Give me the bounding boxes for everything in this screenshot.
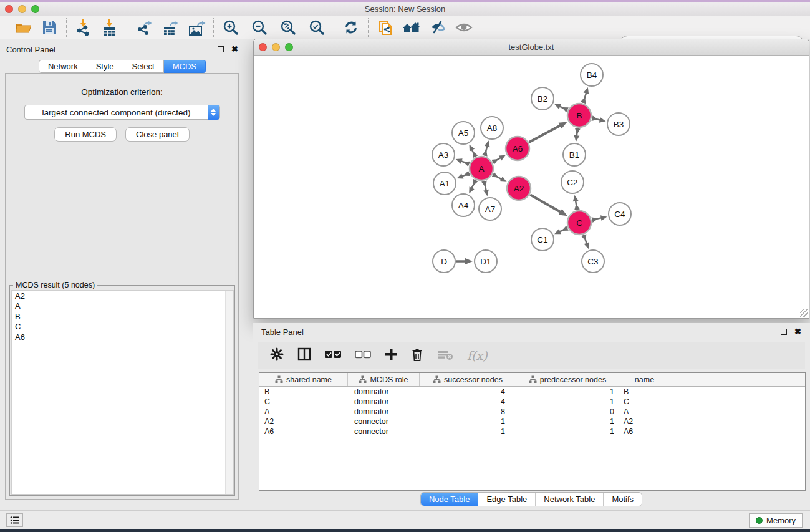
import-table-button[interactable] <box>100 18 119 37</box>
graph-node-A6[interactable]: A6 <box>506 137 529 160</box>
mcds-result-list[interactable]: A2ABCA6 <box>11 290 234 495</box>
column-header-shared-name[interactable]: shared name <box>259 373 348 386</box>
graph-node-D[interactable]: D <box>433 250 455 273</box>
tab-mcds[interactable]: MCDS <box>164 60 206 73</box>
deselect-all-button[interactable] <box>355 350 371 361</box>
delete-table-button-disabled[interactable] <box>437 348 453 363</box>
result-item[interactable]: A <box>12 301 233 312</box>
tab-network-table[interactable]: Network Table <box>536 493 604 506</box>
graph-node-B[interactable]: B <box>567 104 591 127</box>
node-table: shared nameMCDS rolesuccessor nodesprede… <box>259 372 806 491</box>
export-network-button[interactable] <box>135 18 153 37</box>
save-session-button[interactable] <box>40 18 59 37</box>
table-cell: connector <box>348 427 420 437</box>
import-network-icon <box>75 19 92 36</box>
network-canvas[interactable]: B4B2BB3A8A5A6A3B1AA1C2A2A4A7C4CC1C3DD1 <box>254 56 809 318</box>
graph-node-C3[interactable]: C3 <box>582 250 604 273</box>
refresh-layout-button[interactable] <box>342 18 360 37</box>
table-cell: 8 <box>420 407 516 417</box>
optimization-criterion-dropdown[interactable]: largest connected component (directed) <box>24 105 220 120</box>
zoom-in-button[interactable] <box>221 18 240 37</box>
graph-node-label: C <box>576 218 582 228</box>
graph-node-A8[interactable]: A8 <box>481 117 503 139</box>
close-panel-icon[interactable]: ✖ <box>231 46 238 52</box>
table-row[interactable]: Cdominator41C <box>259 397 805 407</box>
graph-edge[interactable] <box>530 195 562 213</box>
column-header-MCDS-role[interactable]: MCDS role <box>348 373 420 386</box>
column-header-predecessor-nodes[interactable]: predecessor nodes <box>516 373 619 386</box>
task-history-button[interactable] <box>6 513 23 527</box>
tab-node-table[interactable]: Node Table <box>421 493 479 506</box>
graph-node-B1[interactable]: B1 <box>563 143 586 166</box>
memory-button[interactable]: Memory <box>749 513 803 528</box>
column-header-name[interactable]: name <box>619 373 670 386</box>
graph-node-D1[interactable]: D1 <box>475 250 497 273</box>
tab-select[interactable]: Select <box>123 60 164 73</box>
toggle-node-labels-button[interactable] <box>428 18 447 37</box>
create-column-button[interactable] <box>385 348 397 363</box>
table-row[interactable]: A2connector11A2 <box>259 417 805 427</box>
graph-node-C4[interactable]: C4 <box>609 203 631 225</box>
window-resize-grip[interactable] <box>800 309 808 317</box>
graph-edge[interactable] <box>529 125 562 142</box>
tab-style[interactable]: Style <box>87 60 123 73</box>
graph-node-A1[interactable]: A1 <box>433 172 456 195</box>
graph-node-B2[interactable]: B2 <box>531 87 554 110</box>
clone-network-button[interactable] <box>376 18 395 37</box>
column-header-successor-nodes[interactable]: successor nodes <box>420 373 516 386</box>
zoom-selected-button[interactable] <box>307 18 326 37</box>
result-item[interactable]: A2 <box>12 291 233 301</box>
delete-column-button[interactable] <box>411 347 423 364</box>
import-network-button[interactable] <box>74 18 93 37</box>
dropdown-stepper-icon[interactable] <box>208 105 219 120</box>
zoom-fit-button[interactable] <box>279 18 297 37</box>
run-mcds-button[interactable]: Run MCDS <box>54 127 117 142</box>
graph-node-label: A6 <box>513 144 523 153</box>
zoom-out-button[interactable] <box>250 18 269 37</box>
deselect-all-icon <box>355 350 371 359</box>
clone-network-icon <box>377 19 394 36</box>
edge-arrowhead <box>456 158 463 163</box>
result-item[interactable]: C <box>12 322 233 332</box>
graph-node-C[interactable]: C <box>567 211 591 235</box>
table-settings-button[interactable] <box>270 347 284 364</box>
export-table-button[interactable] <box>161 18 180 37</box>
attribute-type-icon <box>359 375 367 384</box>
select-all-button[interactable] <box>325 350 341 361</box>
table-panel: Table Panel ✖ <box>253 323 810 510</box>
graph-node-A7[interactable]: A7 <box>479 198 501 220</box>
graph-node-C2[interactable]: C2 <box>561 171 584 193</box>
export-image-button[interactable] <box>187 18 206 37</box>
open-session-button[interactable] <box>14 18 32 37</box>
tab-motifs[interactable]: Motifs <box>604 493 642 506</box>
graph-node-C1[interactable]: C1 <box>531 228 554 251</box>
graph-node-A2[interactable]: A2 <box>507 177 531 200</box>
table-row[interactable]: Adominator80A <box>259 407 805 417</box>
function-builder-button-disabled[interactable]: f(x) <box>467 349 488 362</box>
result-item[interactable]: A6 <box>12 332 233 342</box>
result-item[interactable]: B <box>12 311 233 322</box>
graph-node-A3[interactable]: A3 <box>432 143 455 166</box>
close-panel-icon[interactable]: ✖ <box>794 329 801 335</box>
network-window-titlebar[interactable]: testGlobe.txt <box>254 39 809 56</box>
graph-node-A4[interactable]: A4 <box>452 194 475 216</box>
result-list-scrollbar[interactable] <box>225 291 233 494</box>
show-graphics-details-button[interactable] <box>455 18 473 37</box>
table-row[interactable]: A6connector11A6 <box>259 427 805 437</box>
tab-network[interactable]: Network <box>39 60 87 73</box>
table-cell: A2 <box>259 417 348 427</box>
graph-node-B4[interactable]: B4 <box>581 64 603 86</box>
close-panel-button[interactable]: Close panel <box>125 127 190 142</box>
graph-node-A[interactable]: A <box>470 157 493 180</box>
graph-node-A5[interactable]: A5 <box>452 122 475 144</box>
home-networks-button[interactable] <box>402 18 421 37</box>
float-panel-icon[interactable] <box>218 46 224 52</box>
float-panel-icon[interactable] <box>781 329 787 335</box>
save-floppy-icon <box>41 19 57 36</box>
edge-arrowhead <box>584 242 589 249</box>
graph-node-B3[interactable]: B3 <box>607 113 630 135</box>
tab-edge-table[interactable]: Edge Table <box>478 493 536 506</box>
network-graph[interactable]: B4B2BB3A8A5A6A3B1AA1C2A2A4A7C4CC1C3DD1 <box>254 56 809 318</box>
show-column-panel-button[interactable] <box>297 347 311 364</box>
table-row[interactable]: Bdominator41B <box>259 387 805 397</box>
